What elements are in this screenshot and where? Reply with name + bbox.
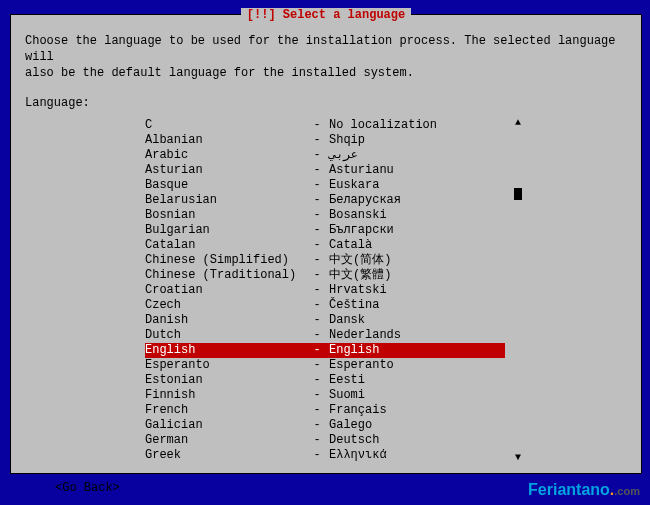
instructions: Choose the language to be used for the i… bbox=[25, 33, 627, 82]
language-native: عربي bbox=[329, 148, 505, 163]
dash-separator: - bbox=[305, 358, 329, 373]
scroll-down-icon[interactable]: ▼ bbox=[515, 453, 521, 463]
dash-separator: - bbox=[305, 118, 329, 133]
language-name: Bulgarian bbox=[145, 223, 305, 238]
dash-separator: - bbox=[305, 208, 329, 223]
dash-separator: - bbox=[305, 238, 329, 253]
language-native: Galego bbox=[329, 418, 505, 433]
dialog-content: Choose the language to be used for the i… bbox=[11, 15, 641, 503]
dash-separator: - bbox=[305, 343, 329, 358]
language-native: Català bbox=[329, 238, 505, 253]
language-row[interactable]: Czech-Čeština bbox=[145, 298, 505, 313]
dash-separator: - bbox=[305, 388, 329, 403]
watermark-suffix: .com bbox=[614, 485, 640, 497]
language-name: C bbox=[145, 118, 305, 133]
language-native: Shqip bbox=[329, 133, 505, 148]
language-name: Danish bbox=[145, 313, 305, 328]
dash-separator: - bbox=[305, 403, 329, 418]
language-native: Nederlands bbox=[329, 328, 505, 343]
language-name: Basque bbox=[145, 178, 305, 193]
language-row[interactable]: Esperanto-Esperanto bbox=[145, 358, 505, 373]
language-row[interactable]: Albanian-Shqip bbox=[145, 133, 505, 148]
language-native: 中文(简体) bbox=[329, 253, 505, 268]
language-native: Eesti bbox=[329, 373, 505, 388]
language-row[interactable]: German-Deutsch bbox=[145, 433, 505, 448]
language-native: No localization bbox=[329, 118, 505, 133]
dash-separator: - bbox=[305, 133, 329, 148]
language-native: Bosanski bbox=[329, 208, 505, 223]
language-row[interactable]: Bosnian-Bosanski bbox=[145, 208, 505, 223]
language-native: Hrvatski bbox=[329, 283, 505, 298]
language-row[interactable]: Dutch-Nederlands bbox=[145, 328, 505, 343]
dash-separator: - bbox=[305, 223, 329, 238]
language-row[interactable]: Asturian-Asturianu bbox=[145, 163, 505, 178]
instructions-line: Choose the language to be used for the i… bbox=[25, 33, 627, 65]
language-row[interactable]: Galician-Galego bbox=[145, 418, 505, 433]
language-row[interactable]: Danish-Dansk bbox=[145, 313, 505, 328]
language-name: Bosnian bbox=[145, 208, 305, 223]
language-name: French bbox=[145, 403, 305, 418]
dash-separator: - bbox=[305, 328, 329, 343]
language-name: German bbox=[145, 433, 305, 448]
language-name: Belarusian bbox=[145, 193, 305, 208]
dash-separator: - bbox=[305, 418, 329, 433]
dash-separator: - bbox=[305, 298, 329, 313]
language-row[interactable]: Belarusian-Беларуская bbox=[145, 193, 505, 208]
language-native: Čeština bbox=[329, 298, 505, 313]
language-native: Български bbox=[329, 223, 505, 238]
language-row[interactable]: Bulgarian-Български bbox=[145, 223, 505, 238]
language-native: Français bbox=[329, 403, 505, 418]
language-row[interactable]: Greek-Ελληνικά bbox=[145, 448, 505, 463]
language-name: Finnish bbox=[145, 388, 305, 403]
dash-separator: - bbox=[305, 313, 329, 328]
language-row[interactable]: Chinese (Traditional)-中文(繁體) bbox=[145, 268, 505, 283]
language-name: Greek bbox=[145, 448, 305, 463]
dash-separator: - bbox=[305, 268, 329, 283]
language-native: Asturianu bbox=[329, 163, 505, 178]
language-name: Croatian bbox=[145, 283, 305, 298]
go-back-button[interactable]: <Go Back> bbox=[55, 481, 120, 495]
language-native: Esperanto bbox=[329, 358, 505, 373]
scrollbar[interactable]: ▲ ▼ bbox=[513, 118, 523, 463]
language-name: Galician bbox=[145, 418, 305, 433]
language-native: Беларуская bbox=[329, 193, 505, 208]
watermark: Feriantano..com bbox=[528, 481, 640, 499]
language-row[interactable]: Chinese (Simplified)-中文(简体) bbox=[145, 253, 505, 268]
language-row[interactable]: Estonian-Eesti bbox=[145, 373, 505, 388]
language-name: Arabic bbox=[145, 148, 305, 163]
language-native: English bbox=[329, 343, 505, 358]
dash-separator: - bbox=[305, 448, 329, 463]
language-name: Czech bbox=[145, 298, 305, 313]
language-name: Albanian bbox=[145, 133, 305, 148]
watermark-brand: Feriantano bbox=[528, 481, 610, 498]
language-row[interactable]: English-English bbox=[145, 343, 505, 358]
language-native: Deutsch bbox=[329, 433, 505, 448]
language-row[interactable]: Finnish-Suomi bbox=[145, 388, 505, 403]
language-native: Suomi bbox=[329, 388, 505, 403]
dash-separator: - bbox=[305, 253, 329, 268]
dash-separator: - bbox=[305, 148, 329, 163]
language-row[interactable]: Catalan-Català bbox=[145, 238, 505, 253]
dash-separator: - bbox=[305, 163, 329, 178]
language-name: English bbox=[145, 343, 305, 358]
language-row[interactable]: Croatian-Hrvatski bbox=[145, 283, 505, 298]
language-name: Asturian bbox=[145, 163, 305, 178]
dialog-title-bar: [!!] Select a language bbox=[11, 8, 641, 22]
language-dialog: [!!] Select a language Choose the langua… bbox=[10, 14, 642, 474]
language-row[interactable]: Basque-Euskara bbox=[145, 178, 505, 193]
language-name: Esperanto bbox=[145, 358, 305, 373]
language-row[interactable]: Arabic-عربي bbox=[145, 148, 505, 163]
dash-separator: - bbox=[305, 178, 329, 193]
instructions-line: also be the default language for the ins… bbox=[25, 65, 627, 81]
scroll-up-icon[interactable]: ▲ bbox=[515, 118, 521, 128]
language-row[interactable]: French-Français bbox=[145, 403, 505, 418]
language-native: Euskara bbox=[329, 178, 505, 193]
dash-separator: - bbox=[305, 373, 329, 388]
scroll-track[interactable] bbox=[517, 128, 519, 453]
dialog-title: [!!] Select a language bbox=[241, 8, 411, 22]
language-native: 中文(繁體) bbox=[329, 268, 505, 283]
language-native: Dansk bbox=[329, 313, 505, 328]
scroll-thumb[interactable] bbox=[514, 188, 522, 200]
language-row[interactable]: C-No localization bbox=[145, 118, 505, 133]
dash-separator: - bbox=[305, 193, 329, 208]
